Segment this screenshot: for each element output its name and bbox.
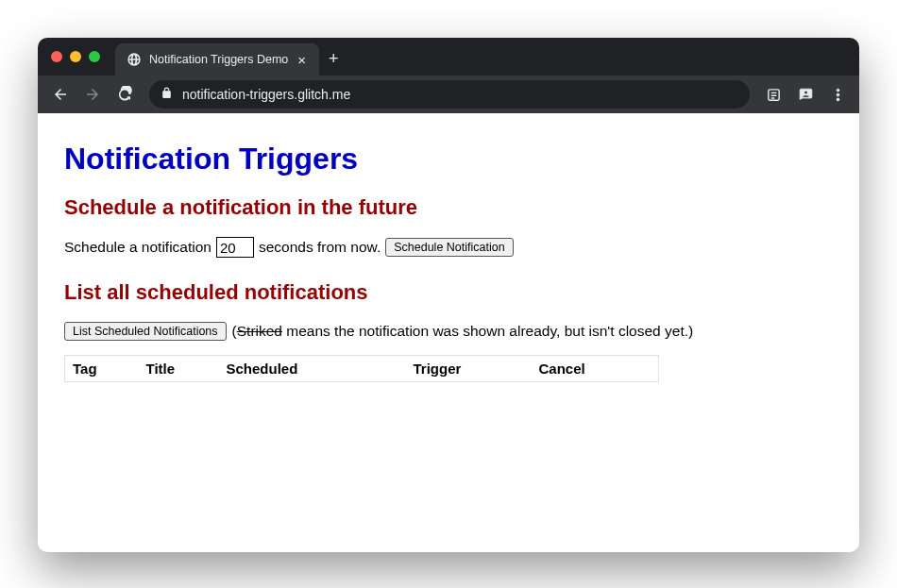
toolbar-right (761, 82, 850, 107)
window-minimize-button[interactable] (70, 51, 81, 62)
svg-point-5 (837, 93, 839, 96)
col-trigger: Trigger (406, 356, 532, 382)
url-text: notification-triggers.glitch.me (182, 87, 738, 102)
reader-mode-icon[interactable] (761, 82, 786, 107)
reload-button[interactable] (111, 81, 138, 108)
list-section: List all scheduled notifications List Sc… (64, 280, 833, 382)
browser-window: Notification Triggers Demo × + notificat… (38, 38, 859, 552)
col-cancel: Cancel (532, 356, 659, 382)
window-controls (45, 51, 108, 62)
lock-icon (161, 87, 173, 102)
schedule-text-after: seconds from now. (259, 239, 381, 256)
tab-close-button[interactable]: × (296, 51, 308, 69)
account-icon[interactable] (793, 82, 818, 107)
tab-title: Notification Triggers Demo (149, 53, 288, 66)
browser-toolbar: notification-triggers.glitch.me (38, 76, 859, 113)
list-note: (Striked means the notification was show… (232, 323, 694, 340)
svg-point-4 (837, 89, 839, 92)
forward-button[interactable] (79, 81, 106, 108)
schedule-button[interactable]: Schedule Notification (385, 238, 513, 257)
page-content: Notification Triggers Schedule a notific… (38, 113, 859, 433)
schedule-section: Schedule a notification in the future Sc… (64, 195, 833, 258)
new-tab-button[interactable]: + (319, 49, 348, 69)
browser-tab[interactable]: Notification Triggers Demo × (115, 43, 319, 76)
globe-icon (127, 52, 142, 67)
schedule-form: Schedule a notification seconds from now… (64, 237, 833, 258)
list-controls: List Scheduled Notifications (Striked me… (64, 322, 833, 341)
tab-bar: Notification Triggers Demo × + (38, 38, 859, 76)
col-tag: Tag (65, 356, 139, 382)
list-heading: List all scheduled notifications (64, 280, 833, 305)
schedule-heading: Schedule a notification in the future (64, 195, 833, 220)
seconds-input[interactable] (216, 237, 254, 258)
menu-icon[interactable] (825, 82, 850, 107)
address-bar[interactable]: notification-triggers.glitch.me (149, 80, 750, 109)
svg-point-6 (837, 98, 839, 101)
window-close-button[interactable] (51, 51, 62, 62)
col-scheduled: Scheduled (219, 356, 406, 382)
back-button[interactable] (47, 81, 74, 108)
window-maximize-button[interactable] (89, 51, 100, 62)
striked-word: Striked (237, 323, 282, 339)
page-title: Notification Triggers (64, 142, 833, 176)
col-title: Title (139, 356, 219, 382)
list-button[interactable]: List Scheduled Notifications (64, 322, 227, 341)
table-header-row: Tag Title Scheduled Trigger Cancel (65, 356, 659, 382)
notifications-table: Tag Title Scheduled Trigger Cancel (64, 355, 659, 382)
schedule-text-before: Schedule a notification (64, 239, 212, 256)
